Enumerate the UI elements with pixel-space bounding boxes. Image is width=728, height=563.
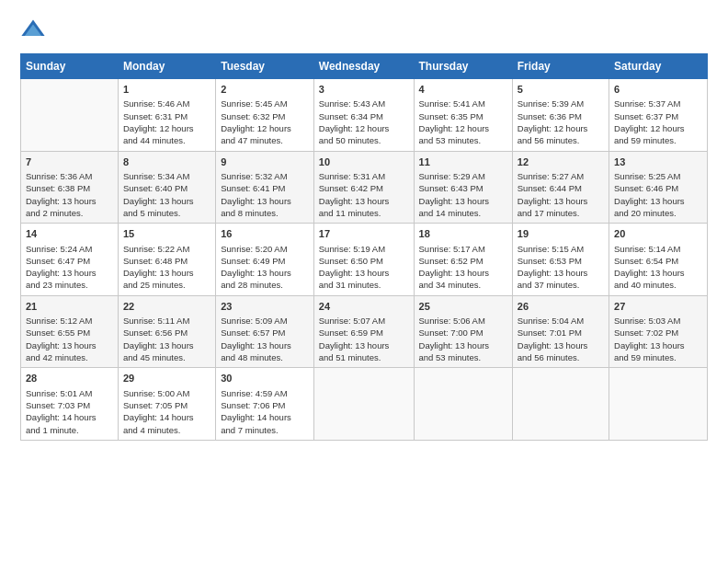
calendar-cell: 11Sunrise: 5:29 AM Sunset: 6:43 PM Dayli… [414,151,512,224]
calendar-cell: 16Sunrise: 5:20 AM Sunset: 6:49 PM Dayli… [216,224,314,296]
calendar-cell: 14Sunrise: 5:24 AM Sunset: 6:47 PM Dayli… [21,224,119,296]
col-header-saturday: Saturday [609,54,708,79]
calendar-header-row: SundayMondayTuesdayWednesdayThursdayFrid… [21,54,708,79]
calendar-cell [313,368,414,441]
day-info: Sunrise: 5:06 AM Sunset: 7:00 PM Dayligh… [419,315,507,363]
calendar-cell: 23Sunrise: 5:09 AM Sunset: 6:57 PM Dayli… [216,295,314,368]
logo-icon [20,17,46,42]
week-row-2: 7Sunrise: 5:36 AM Sunset: 6:38 PM Daylig… [21,151,708,224]
day-number: 27 [614,300,702,314]
calendar-cell: 29Sunrise: 5:00 AM Sunset: 7:05 PM Dayli… [119,368,216,441]
calendar-cell: 7Sunrise: 5:36 AM Sunset: 6:38 PM Daylig… [21,151,119,224]
day-number: 14 [26,227,113,241]
day-number: 25 [419,300,507,314]
calendar-cell: 28Sunrise: 5:01 AM Sunset: 7:03 PM Dayli… [21,368,119,441]
day-info: Sunrise: 5:14 AM Sunset: 6:54 PM Dayligh… [614,243,702,292]
day-number: 29 [123,372,210,385]
week-row-5: 28Sunrise: 5:01 AM Sunset: 7:03 PM Dayli… [21,368,708,441]
calendar-cell: 19Sunrise: 5:15 AM Sunset: 6:53 PM Dayli… [512,224,609,296]
calendar-cell: 2Sunrise: 5:45 AM Sunset: 6:32 PM Daylig… [216,79,314,152]
day-info: Sunrise: 5:29 AM Sunset: 6:43 PM Dayligh… [419,170,507,219]
day-number: 7 [26,155,113,169]
day-info: Sunrise: 5:22 AM Sunset: 6:48 PM Dayligh… [123,243,210,292]
day-info: Sunrise: 5:19 AM Sunset: 6:50 PM Dayligh… [319,243,409,292]
day-number: 5 [518,83,604,97]
calendar-cell: 10Sunrise: 5:31 AM Sunset: 6:42 PM Dayli… [313,151,414,224]
calendar-cell: 13Sunrise: 5:25 AM Sunset: 6:46 PM Dayli… [609,151,708,224]
calendar-cell: 22Sunrise: 5:11 AM Sunset: 6:56 PM Dayli… [119,295,216,368]
day-info: Sunrise: 5:24 AM Sunset: 6:47 PM Dayligh… [26,243,113,292]
day-number: 21 [26,300,113,314]
calendar-table: SundayMondayTuesdayWednesdayThursdayFrid… [20,53,708,441]
calendar-cell: 18Sunrise: 5:17 AM Sunset: 6:52 PM Dayli… [414,224,512,296]
day-info: Sunrise: 5:37 AM Sunset: 6:37 PM Dayligh… [614,98,702,146]
day-number: 3 [319,83,409,97]
logo [20,17,51,42]
col-header-sunday: Sunday [21,54,119,79]
day-info: Sunrise: 5:39 AM Sunset: 6:36 PM Dayligh… [518,98,604,146]
day-info: Sunrise: 5:07 AM Sunset: 6:59 PM Dayligh… [319,315,409,363]
day-number: 15 [123,227,210,241]
day-info: Sunrise: 5:46 AM Sunset: 6:31 PM Dayligh… [123,98,210,146]
day-info: Sunrise: 5:09 AM Sunset: 6:57 PM Dayligh… [221,315,309,363]
calendar-cell: 1Sunrise: 5:46 AM Sunset: 6:31 PM Daylig… [119,79,216,152]
calendar-cell [512,368,609,441]
col-header-thursday: Thursday [414,54,512,79]
calendar-cell: 25Sunrise: 5:06 AM Sunset: 7:00 PM Dayli… [414,295,512,368]
day-info: Sunrise: 5:12 AM Sunset: 6:55 PM Dayligh… [26,315,113,363]
day-number: 26 [518,300,604,314]
day-number: 24 [319,300,409,314]
day-number: 22 [123,300,210,314]
calendar-cell: 27Sunrise: 5:03 AM Sunset: 7:02 PM Dayli… [609,295,708,368]
day-number: 1 [123,83,210,97]
day-number: 23 [221,300,309,314]
day-number: 10 [319,155,409,169]
day-info: Sunrise: 5:45 AM Sunset: 6:32 PM Dayligh… [221,98,309,146]
week-row-4: 21Sunrise: 5:12 AM Sunset: 6:55 PM Dayli… [21,295,708,368]
day-info: Sunrise: 5:00 AM Sunset: 7:05 PM Dayligh… [123,387,210,436]
calendar-cell: 30Sunrise: 4:59 AM Sunset: 7:06 PM Dayli… [216,368,314,441]
calendar-cell [609,368,708,441]
calendar-cell: 5Sunrise: 5:39 AM Sunset: 6:36 PM Daylig… [512,79,609,152]
day-info: Sunrise: 5:36 AM Sunset: 6:38 PM Dayligh… [26,170,113,219]
day-info: Sunrise: 5:25 AM Sunset: 6:46 PM Dayligh… [614,170,702,219]
week-row-1: 1Sunrise: 5:46 AM Sunset: 6:31 PM Daylig… [21,79,708,152]
day-number: 4 [419,83,507,97]
day-number: 16 [221,227,309,241]
calendar-cell: 26Sunrise: 5:04 AM Sunset: 7:01 PM Dayli… [512,295,609,368]
calendar-cell [414,368,512,441]
page: SundayMondayTuesdayWednesdayThursdayFrid… [0,0,728,450]
col-header-monday: Monday [119,54,216,79]
day-number: 20 [614,227,702,241]
calendar-cell: 20Sunrise: 5:14 AM Sunset: 6:54 PM Dayli… [609,224,708,296]
day-number: 18 [419,227,507,241]
calendar-cell: 4Sunrise: 5:41 AM Sunset: 6:35 PM Daylig… [414,79,512,152]
day-info: Sunrise: 5:20 AM Sunset: 6:49 PM Dayligh… [221,243,309,292]
calendar-cell: 8Sunrise: 5:34 AM Sunset: 6:40 PM Daylig… [119,151,216,224]
day-info: Sunrise: 5:27 AM Sunset: 6:44 PM Dayligh… [518,170,604,219]
day-number: 8 [123,155,210,169]
col-header-wednesday: Wednesday [313,54,414,79]
calendar-cell: 24Sunrise: 5:07 AM Sunset: 6:59 PM Dayli… [313,295,414,368]
calendar-cell: 9Sunrise: 5:32 AM Sunset: 6:41 PM Daylig… [216,151,314,224]
day-number: 9 [221,155,309,169]
calendar-cell [21,79,119,152]
day-info: Sunrise: 5:17 AM Sunset: 6:52 PM Dayligh… [419,243,507,292]
week-row-3: 14Sunrise: 5:24 AM Sunset: 6:47 PM Dayli… [21,224,708,296]
calendar-cell: 21Sunrise: 5:12 AM Sunset: 6:55 PM Dayli… [21,295,119,368]
day-info: Sunrise: 5:01 AM Sunset: 7:03 PM Dayligh… [26,387,113,436]
day-number: 30 [221,372,309,385]
calendar-cell: 15Sunrise: 5:22 AM Sunset: 6:48 PM Dayli… [119,224,216,296]
calendar-cell: 6Sunrise: 5:37 AM Sunset: 6:37 PM Daylig… [609,79,708,152]
day-number: 11 [419,155,507,169]
col-header-tuesday: Tuesday [216,54,314,79]
day-info: Sunrise: 5:32 AM Sunset: 6:41 PM Dayligh… [221,170,309,219]
day-info: Sunrise: 5:41 AM Sunset: 6:35 PM Dayligh… [419,98,507,146]
day-info: Sunrise: 5:11 AM Sunset: 6:56 PM Dayligh… [123,315,210,363]
day-info: Sunrise: 4:59 AM Sunset: 7:06 PM Dayligh… [221,387,309,436]
col-header-friday: Friday [512,54,609,79]
day-info: Sunrise: 5:34 AM Sunset: 6:40 PM Dayligh… [123,170,210,219]
calendar-cell: 3Sunrise: 5:43 AM Sunset: 6:34 PM Daylig… [313,79,414,152]
day-info: Sunrise: 5:15 AM Sunset: 6:53 PM Dayligh… [518,243,604,292]
day-number: 13 [614,155,702,169]
